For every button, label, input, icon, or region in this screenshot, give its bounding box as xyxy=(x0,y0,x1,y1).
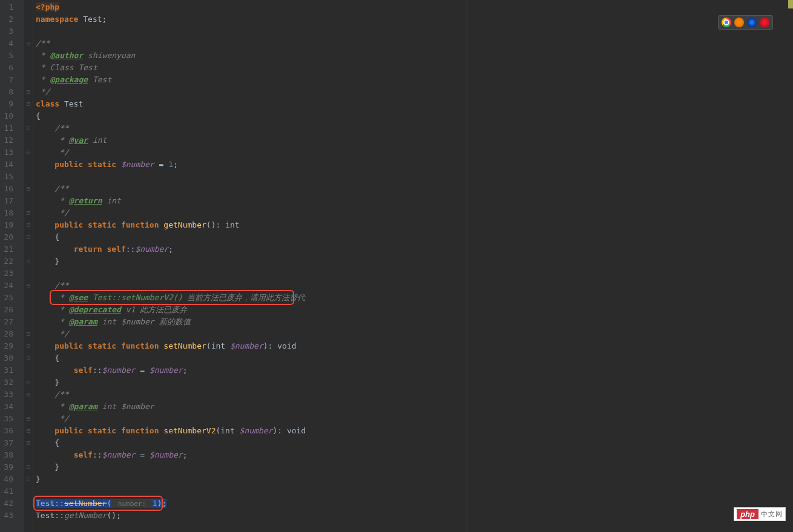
code-line[interactable]: * @var int xyxy=(36,134,793,146)
code-line[interactable] xyxy=(36,25,793,38)
fold-toggle-icon[interactable]: ⊟ xyxy=(24,219,33,231)
code-line[interactable]: { xyxy=(36,352,793,364)
code-line[interactable] xyxy=(36,268,793,280)
fold-toggle-icon[interactable]: ⊟ xyxy=(24,413,33,425)
firefox-icon[interactable] xyxy=(734,18,744,27)
line-number: 23 xyxy=(0,268,13,280)
code-line[interactable]: /** xyxy=(36,38,793,50)
code-line[interactable]: */ xyxy=(36,207,793,219)
fold-toggle-icon[interactable]: ⊟ xyxy=(24,255,33,268)
line-number: 28 xyxy=(0,328,13,340)
line-number: 16 xyxy=(0,183,13,195)
code-line[interactable]: public static function setNumber(int $nu… xyxy=(36,340,793,352)
code-editor[interactable]: 1 2 3 4 5 6 7 8 9 10 11 12 13 14 15 16 1… xyxy=(0,0,793,532)
code-line[interactable]: public static function setNumberV2(int $… xyxy=(36,425,793,437)
code-line[interactable]: */ xyxy=(36,146,793,159)
chrome-icon[interactable] xyxy=(722,18,731,27)
line-number: 33 xyxy=(0,389,13,401)
safari-icon[interactable] xyxy=(747,18,757,27)
fold-toggle-icon[interactable]: ⊟ xyxy=(24,98,33,110)
code-line[interactable]: } xyxy=(36,473,793,485)
code-line[interactable] xyxy=(36,485,793,498)
code-area[interactable]: <?php namespace Test; /** * @author shiw… xyxy=(33,0,793,532)
line-number: 30 xyxy=(0,352,13,364)
code-line[interactable]: public static $number = 1; xyxy=(36,159,793,171)
code-line[interactable]: /** xyxy=(36,122,793,134)
code-line[interactable]: return self::$number; xyxy=(36,243,793,255)
code-line[interactable]: * @author shiwenyuan xyxy=(36,50,793,62)
code-line[interactable]: { xyxy=(36,110,793,122)
opera-icon[interactable] xyxy=(760,18,769,27)
line-number: 3 xyxy=(0,25,13,38)
code-line[interactable]: } xyxy=(36,255,793,268)
line-number: 12 xyxy=(0,134,13,146)
code-line[interactable] xyxy=(36,171,793,183)
code-line[interactable]: * @return int xyxy=(36,195,793,207)
line-number: 10 xyxy=(0,110,13,122)
line-number: 21 xyxy=(0,243,13,255)
code-line[interactable]: public static function getNumber(): int xyxy=(36,219,793,231)
fold-toggle-icon[interactable]: ⊟ xyxy=(24,38,33,50)
line-number: 19 xyxy=(0,219,13,231)
fold-toggle-icon[interactable]: ⊟ xyxy=(24,340,33,352)
fold-toggle-icon[interactable]: ⊟ xyxy=(24,473,33,485)
code-line[interactable]: namespace Test; xyxy=(36,13,793,25)
code-line[interactable]: Test::getNumber(); xyxy=(36,510,793,522)
line-number: 20 xyxy=(0,231,13,243)
line-number: 14 xyxy=(0,159,13,171)
php-logo-icon: php xyxy=(737,509,758,519)
code-line[interactable]: */ xyxy=(36,86,793,98)
line-number: 24 xyxy=(0,280,13,292)
fold-toggle-icon[interactable]: ⊟ xyxy=(24,376,33,389)
line-number: 13 xyxy=(0,146,13,159)
fold-toggle-icon[interactable]: ⊟ xyxy=(24,146,33,159)
code-line[interactable]: /** xyxy=(36,183,793,195)
code-line[interactable]: self::$number = $number; xyxy=(36,449,793,461)
fold-toggle-icon[interactable]: ⊟ xyxy=(24,389,33,401)
code-line[interactable]: Test::setNumber( number: 1); xyxy=(36,498,793,510)
line-number: 35 xyxy=(0,413,13,425)
fold-toggle-icon[interactable]: ⊟ xyxy=(24,122,33,134)
code-line[interactable]: * @param int $number 新的数值 xyxy=(36,316,793,328)
line-number-gutter: 1 2 3 4 5 6 7 8 9 10 11 12 13 14 15 16 1… xyxy=(0,0,24,532)
watermark-badge: php 中文网 xyxy=(734,507,786,521)
fold-toggle-icon[interactable]: ⊟ xyxy=(24,86,33,98)
fold-toggle-icon[interactable]: ⊟ xyxy=(24,437,33,449)
fold-toggle-icon[interactable]: ⊟ xyxy=(24,425,33,437)
fold-toggle-icon[interactable]: ⊟ xyxy=(24,231,33,243)
code-line[interactable]: /** xyxy=(36,389,793,401)
code-line[interactable]: */ xyxy=(36,328,793,340)
line-number: 37 xyxy=(0,437,13,449)
code-line[interactable]: * @package Test xyxy=(36,74,793,86)
code-line[interactable]: { xyxy=(36,437,793,449)
fold-toggle-icon[interactable]: ⊟ xyxy=(24,183,33,195)
code-line[interactable]: class Test xyxy=(36,98,793,110)
line-number: 8 xyxy=(0,86,13,98)
code-line[interactable]: ​ xyxy=(36,522,793,532)
open-in-browser-toolbar[interactable] xyxy=(718,15,773,30)
code-line[interactable]: * @param int $number xyxy=(36,401,793,413)
line-number: 27 xyxy=(0,316,13,328)
code-line[interactable]: } xyxy=(36,376,793,389)
code-line[interactable]: <?php xyxy=(36,1,793,13)
fold-gutter[interactable]: ⊟ ⊟ ⊟ ⊟ ⊟ ⊟ ⊟ ⊟ ⊟ ⊟ ⊟ ⊟ ⊟ ⊟ ⊟ ⊟ ⊟ ⊟ ⊟ ⊟ … xyxy=(24,0,33,532)
line-number: 26 xyxy=(0,304,13,316)
parameter-hint: number: xyxy=(111,500,153,508)
code-line[interactable]: /** xyxy=(36,280,793,292)
code-line[interactable]: */ xyxy=(36,413,793,425)
line-number: 25 xyxy=(0,292,13,304)
fold-toggle-icon[interactable]: ⊟ xyxy=(24,352,33,364)
code-line[interactable]: self::$number = $number; xyxy=(36,364,793,376)
line-number: 9 xyxy=(0,98,13,110)
fold-toggle-icon[interactable]: ⊟ xyxy=(24,328,33,340)
line-number: 1 xyxy=(0,1,13,13)
fold-toggle-icon[interactable]: ⊟ xyxy=(24,280,33,292)
code-line[interactable]: * Class Test xyxy=(36,62,793,74)
code-line[interactable]: } xyxy=(36,461,793,473)
fold-toggle-icon[interactable]: ⊟ xyxy=(24,207,33,219)
line-number: 4 xyxy=(0,38,13,50)
code-line[interactable]: * @see Test::setNumberV2() 当前方法已废弃，请用此方法… xyxy=(36,292,793,304)
code-line[interactable]: { xyxy=(36,231,793,243)
fold-toggle-icon[interactable]: ⊟ xyxy=(24,461,33,473)
code-line[interactable]: * @deprecated v1 此方法已废弃 xyxy=(36,304,793,316)
